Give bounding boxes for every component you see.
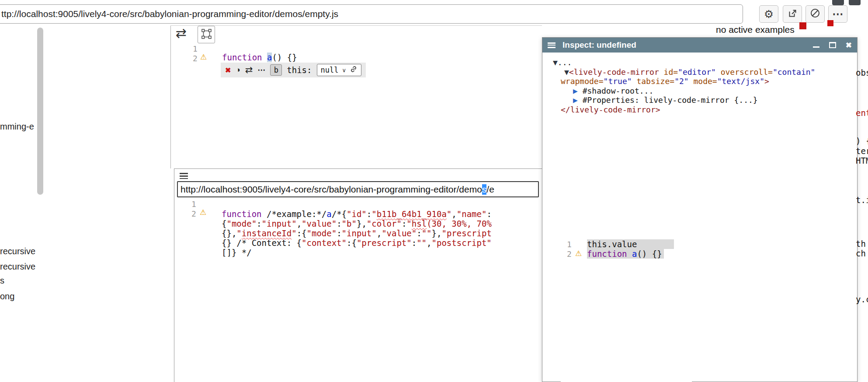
clipped-text: obs [856,68,868,77]
scrollbar-thumb[interactable] [37,28,43,195]
code-segment: "value" [382,228,417,238]
clipped-text: ch [856,249,866,258]
code-segment: /*{ [332,209,347,219]
select-frame-button[interactable] [198,26,215,43]
code-segment: a [326,209,331,219]
link-icon[interactable] [350,65,358,75]
code-segment: " [406,219,411,228]
code-segment: ▶ [573,86,583,95]
code-segment: id= [664,67,678,77]
code-segment: tabsize= [636,77,674,86]
gears-icon: ⚙ [764,9,774,20]
toggle-example-icon[interactable]: ◑ [236,66,240,74]
window-minimize-icon[interactable] [832,0,844,5]
code-area[interactable]: function /*example:*/a/*{"id":"b11b_64b1… [222,209,492,257]
code-segment: ▶ [573,95,583,105]
clipped-text: ) { [856,136,868,146]
external-link-icon [788,9,797,20]
code-segment: "mode" [226,219,257,228]
clipped-text: recursive [0,246,35,256]
no-active-examples-label: no active examples [716,25,795,35]
code-segment: " [236,228,241,238]
close-icon[interactable]: ✖ [846,41,852,50]
notification-badge [827,20,833,26]
code-segment: : [412,238,417,248]
swap-icon[interactable]: ⇄ [245,65,253,75]
code-segment: mode= [693,77,717,86]
window-title: Inspect: undefined [562,40,636,50]
code-line[interactable]: function a() {} [222,53,297,62]
clipped-text: ong [0,291,14,301]
panel-divider [170,25,171,168]
editor2-url-input[interactable]: http://localhost:9005/lively4-core/src/b… [177,181,539,197]
line-number: 2 [193,54,198,63]
minimize-icon[interactable] [813,42,819,48]
code-segment: : [337,228,341,238]
code-line: ▶ #Properties: lively-code-mirror {...} [549,95,815,105]
code-segment: "" [422,228,432,238]
code-segment: a [267,53,272,62]
panel-divider-horizontal [170,25,542,26]
block-button[interactable] [806,5,825,23]
more-icon[interactable]: ⋯ [257,65,265,75]
code-segment: "color" [367,219,402,228]
code-segment: "mode" [307,228,337,238]
clipped-text: t.i [856,195,868,205]
dom-tree[interactable]: ▼...▼<lively-code-mirror id="editor" ove… [549,58,815,114]
inspector-titlebar[interactable]: Inspect: undefined ✖ [542,38,857,53]
code-segment: ▼ [553,58,558,67]
code-segment: wrapmode= [561,77,604,86]
screen: ttp://localhost:9005/lively4-core/src/ba… [0,0,868,382]
url-text-selected: s [482,184,487,195]
code-segment: "editor" [678,67,716,77]
warning-icon: ⚠ [200,53,207,61]
code-segment: "name" [457,209,487,219]
code-segment: overscroll= [721,67,773,77]
window-maximize-icon[interactable] [849,0,861,5]
main-url-bar[interactable]: ttp://localhost:9005/lively4-core/src/ba… [0,4,743,24]
code-segment: <lively-code-mirror [569,67,659,77]
code-segment: #Properties: lively-code-mirror {...} [583,95,758,105]
open-external-button[interactable] [783,5,802,23]
code-line: wrapmode="true" tabsize="2" mode="text/j… [549,77,815,86]
code-segment: "id" [347,209,367,219]
maximize-icon[interactable] [829,42,836,48]
code-segment: }, [357,219,367,228]
warning-icon: ⚠ [200,209,206,216]
code-line: {} /* Context: {"context":{"prescript":"… [222,238,492,248]
code-segment: []} */ [222,248,252,257]
this-label: this: [287,65,312,75]
this-value-dropdown[interactable]: null ∨ [317,64,361,76]
code-segment: "input" [342,228,377,238]
code-segment: function [222,53,267,62]
delete-example-icon[interactable]: ✖ [225,66,231,74]
code-segment: /*example:*/ [267,209,326,219]
code-segment [716,67,721,77]
code-segment: > [764,77,769,86]
line-number: 2 [191,209,196,218]
code-line: {},"instanceId":{"mode":"input","value":… [222,228,492,238]
code-segment: b11b_64b1_910a [377,209,447,219]
swap-arrows-button[interactable]: ⇄ [176,25,187,41]
menu-icon[interactable] [180,173,188,179]
code-segment: , [427,238,431,248]
code-segment: : [402,219,406,228]
code-segment: }, [432,228,442,238]
code-segment: () {} [272,53,297,62]
settings-button[interactable]: ⚙ [759,5,778,23]
code-segment: " [292,228,296,238]
code-segment: "2" [674,77,689,86]
main-url-text: ttp://localhost:9005/lively4-core/src/ba… [1,9,338,19]
code-segment: #shadow-root... [583,86,654,95]
code-line-highlighted[interactable]: function a() {} [587,249,664,259]
code-segment: ... [558,58,572,67]
clipped-text: y.c [856,294,868,304]
example-name-button[interactable]: b [270,64,282,76]
code-line-highlighted[interactable]: this.value [587,239,674,249]
inspector-code-editor[interactable]: 1 2 ⚠ this.value function a() {} [561,238,692,382]
code-segment: (30, 30%, 70% [427,219,492,228]
code-segment: "b" [342,219,357,228]
code-segment: "input" [262,219,297,228]
menu-icon[interactable] [548,42,556,48]
code-line: function /*example:*/a/*{"id":"b11b_64b1… [222,209,492,219]
